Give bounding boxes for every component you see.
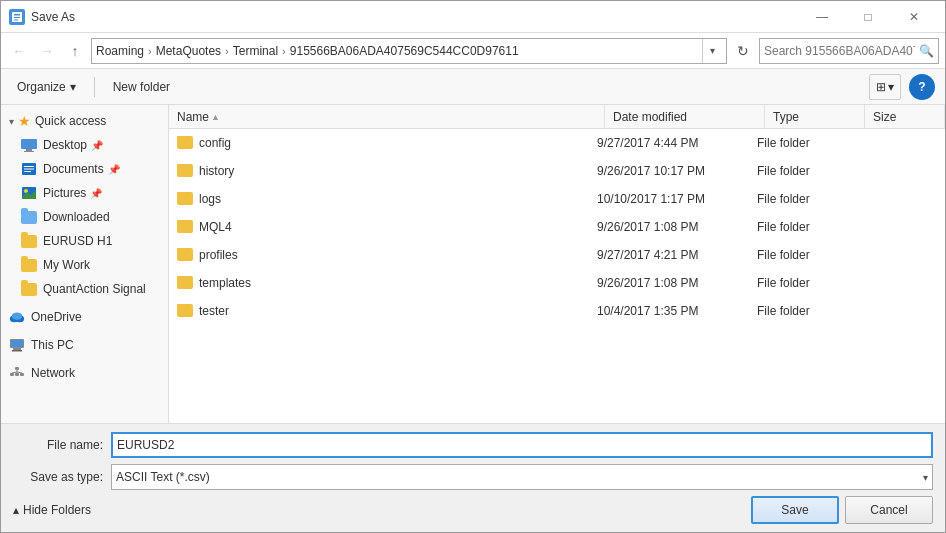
svg-rect-9 [24, 169, 34, 170]
column-header-size[interactable]: Size [865, 105, 945, 128]
svg-rect-17 [13, 348, 21, 350]
pictures-icon [21, 185, 37, 201]
search-icon: 🔍 [919, 44, 934, 58]
file-type: File folder [757, 276, 857, 290]
hide-folders-button[interactable]: ▴ Hide Folders [13, 503, 91, 517]
svg-rect-18 [12, 350, 22, 352]
view-button[interactable]: ⊞ ▾ [869, 74, 901, 100]
search-box[interactable]: 🔍 [759, 38, 939, 64]
sidebar-item-thispc-label: This PC [31, 338, 74, 352]
file-name: logs [199, 192, 221, 206]
sidebar-item-onedrive[interactable]: OneDrive [1, 305, 168, 329]
sidebar-item-documents[interactable]: Documents 📌 [1, 157, 168, 181]
sidebar-item-quantaction[interactable]: QuantAction Signal [1, 277, 168, 301]
sidebar-item-downloaded-label: Downloaded [43, 210, 110, 224]
file-date: 9/27/2017 4:44 PM [597, 136, 757, 150]
table-row[interactable]: MQL4 9/26/2017 1:08 PM File folder [169, 213, 945, 241]
onedrive-section: OneDrive [1, 305, 168, 329]
breadcrumb-sep2: › [225, 45, 229, 57]
new-folder-label: New folder [113, 80, 170, 94]
window-title: Save As [31, 10, 799, 24]
sidebar-item-thispc[interactable]: This PC [1, 333, 168, 357]
cancel-button[interactable]: Cancel [845, 496, 933, 524]
svg-rect-23 [20, 373, 24, 376]
file-list: config 9/27/2017 4:44 PM File folder his… [169, 129, 945, 423]
search-input[interactable] [764, 44, 915, 58]
sidebar-item-desktop[interactable]: Desktop 📌 [1, 133, 168, 157]
sidebar-item-downloaded[interactable]: Downloaded [1, 205, 168, 229]
file-type: File folder [757, 304, 857, 318]
toolbar: Organize ▾ New folder ⊞ ▾ ? [1, 69, 945, 105]
filename-input[interactable] [111, 432, 933, 458]
table-row[interactable]: tester 10/4/2017 1:35 PM File folder [169, 297, 945, 325]
svg-rect-2 [14, 17, 20, 18]
close-button[interactable]: ✕ [891, 1, 937, 33]
quantaction-folder-icon [21, 281, 37, 297]
svg-rect-20 [15, 367, 19, 370]
view-icon: ⊞ [876, 80, 886, 94]
sidebar-item-mywork[interactable]: My Work [1, 253, 168, 277]
column-header-type[interactable]: Type [765, 105, 865, 128]
folder-icon [177, 248, 193, 261]
save-as-dialog: Save As — □ ✕ ← → ↑ Roaming › MetaQuotes… [0, 0, 946, 533]
minimize-button[interactable]: — [799, 1, 845, 33]
up-button[interactable]: ↑ [63, 39, 87, 63]
file-type: File folder [757, 248, 857, 262]
forward-button[interactable]: → [35, 39, 59, 63]
table-row[interactable]: templates 9/26/2017 1:08 PM File folder [169, 269, 945, 297]
breadcrumb-id: 915566BA06ADA407569C544CC0D97611 [290, 44, 519, 58]
savetype-select[interactable]: ASCII Text (*.csv) ▾ [111, 464, 933, 490]
sidebar: ▾ ★ Quick access Desktop 📌 Documents [1, 105, 169, 423]
back-button[interactable]: ← [7, 39, 31, 63]
maximize-button[interactable]: □ [845, 1, 891, 33]
savetype-label: Save as type: [13, 470, 103, 484]
file-type: File folder [757, 164, 857, 178]
folder-icon [177, 164, 193, 177]
file-name: tester [199, 304, 229, 318]
column-header-date[interactable]: Date modified [605, 105, 765, 128]
file-type: File folder [757, 192, 857, 206]
address-box[interactable]: Roaming › MetaQuotes › Terminal › 915566… [91, 38, 727, 64]
pin-icon: 📌 [91, 140, 103, 151]
svg-line-26 [17, 372, 22, 373]
folder-icon [177, 136, 193, 149]
table-row[interactable]: history 9/26/2017 10:17 PM File folder [169, 157, 945, 185]
svg-rect-19 [11, 340, 23, 347]
file-name: history [199, 164, 234, 178]
organize-button[interactable]: Organize ▾ [11, 74, 82, 100]
file-list-area: Name ▲ Date modified Type Size config 9 [169, 105, 945, 423]
address-bar: ← → ↑ Roaming › MetaQuotes › Terminal › … [1, 33, 945, 69]
file-date: 9/26/2017 10:17 PM [597, 164, 757, 178]
quick-access-header[interactable]: ▾ ★ Quick access [1, 109, 168, 133]
address-dropdown-button[interactable]: ▾ [702, 39, 722, 63]
svg-rect-6 [24, 151, 34, 152]
documents-icon [21, 161, 37, 177]
column-header-name[interactable]: Name ▲ [169, 105, 605, 128]
desktop-icon [21, 137, 37, 153]
svg-rect-21 [10, 373, 14, 376]
file-date: 9/27/2017 4:21 PM [597, 248, 757, 262]
buttons-row: ▴ Hide Folders Save Cancel [13, 496, 933, 524]
help-button[interactable]: ? [909, 74, 935, 100]
onedrive-icon [9, 309, 25, 325]
sidebar-item-network[interactable]: Network [1, 361, 168, 385]
hide-folders-label: Hide Folders [23, 503, 91, 517]
table-row[interactable]: profiles 9/27/2017 4:21 PM File folder [169, 241, 945, 269]
sidebar-item-pictures[interactable]: Pictures 📌 [1, 181, 168, 205]
sidebar-item-eurusd[interactable]: EURUSD H1 [1, 229, 168, 253]
file-name: config [199, 136, 231, 150]
organize-arrow-icon: ▾ [70, 80, 76, 94]
pin-icon-docs: 📌 [108, 164, 120, 175]
quick-access-chevron-icon: ▾ [9, 116, 14, 127]
file-list-header: Name ▲ Date modified Type Size [169, 105, 945, 129]
column-size-label: Size [873, 110, 896, 124]
table-row[interactable]: logs 10/10/2017 1:17 PM File folder [169, 185, 945, 213]
file-name: profiles [199, 248, 238, 262]
new-folder-button[interactable]: New folder [107, 74, 176, 100]
sidebar-item-onedrive-label: OneDrive [31, 310, 82, 324]
title-bar-buttons: — □ ✕ [799, 1, 937, 33]
table-row[interactable]: config 9/27/2017 4:44 PM File folder [169, 129, 945, 157]
save-button[interactable]: Save [751, 496, 839, 524]
refresh-button[interactable]: ↻ [731, 38, 755, 64]
breadcrumb-roaming: Roaming [96, 44, 144, 58]
